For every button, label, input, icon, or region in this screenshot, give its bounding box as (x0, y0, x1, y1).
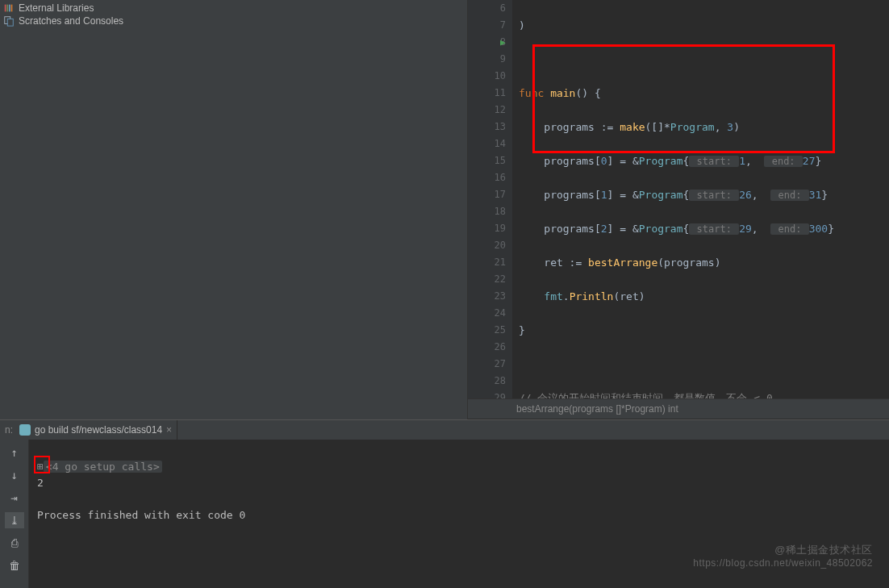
breadcrumb: bestArrange(programs []*Program) int (468, 398, 889, 419)
console-output[interactable]: ⊞<4 go setup calls> 2 Process finished w… (29, 440, 889, 588)
editor-gutter[interactable]: 6 7 8▶ 9 10 11 12 13 14 15 16 17 18 19 2… (468, 0, 512, 398)
trash-icon[interactable]: 🗑 (5, 557, 24, 573)
svg-rect-5 (7, 19, 13, 26)
output-value: 2 (37, 477, 44, 489)
fold-icon[interactable]: ⊞ (37, 461, 44, 473)
tree-label: External Libraries (19, 2, 94, 14)
svg-rect-3 (11, 5, 13, 12)
breadcrumb-text: bestArrange(programs []*Program) int (516, 403, 678, 415)
print-icon[interactable]: ⎙ (5, 535, 24, 551)
svg-rect-0 (5, 5, 6, 12)
scratch-icon (3, 15, 15, 27)
run-panel: n: go build sf/newclass/class014 × ↑ ↓ ⇥… (0, 419, 889, 588)
tree-external-libraries[interactable]: External Libraries (3, 2, 464, 15)
run-toolbar: ↑ ↓ ⇥ ⤓ ⎙ 🗑 (0, 440, 29, 588)
svg-rect-1 (6, 5, 8, 12)
tree-scratches[interactable]: Scratches and Consoles (3, 15, 464, 27)
up-arrow-icon[interactable]: ↑ (5, 444, 24, 461)
library-icon (3, 2, 15, 14)
down-arrow-icon[interactable]: ↓ (5, 467, 24, 483)
code-editor[interactable]: 6 7 8▶ 9 10 11 12 13 14 15 16 17 18 19 2… (468, 0, 889, 419)
run-tab-label: go build sf/newclass/class014 (35, 424, 162, 436)
close-icon[interactable]: × (166, 424, 172, 436)
scroll-to-end-icon[interactable]: ⤓ (5, 512, 24, 528)
tree-label: Scratches and Consoles (19, 15, 123, 27)
code-content[interactable]: ) func main() { programs := make([]*Prog… (512, 0, 889, 398)
run-gutter-icon[interactable]: ▶ (500, 34, 506, 51)
folded-region[interactable]: <4 go setup calls> (44, 461, 162, 473)
svg-rect-2 (9, 5, 10, 12)
exit-line: Process finished with exit code 0 (37, 509, 245, 521)
soft-wrap-icon[interactable]: ⇥ (5, 490, 24, 506)
go-icon (19, 424, 31, 436)
run-tab-bar: n: go build sf/newclass/class014 × (0, 420, 889, 440)
project-tree[interactable]: External Libraries Scratches and Console… (0, 0, 468, 419)
run-tab[interactable]: go build sf/newclass/class014 × (0, 420, 177, 440)
